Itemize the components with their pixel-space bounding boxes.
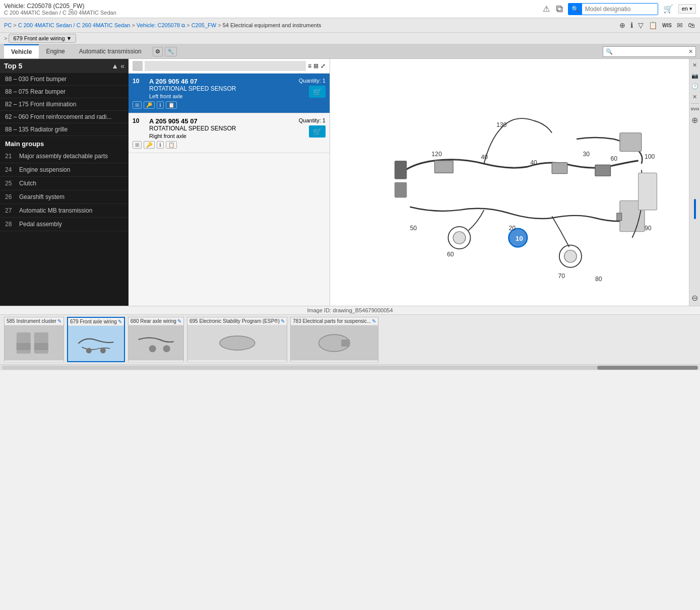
top5-item[interactable]: 82 – 175 Front illumination: [0, 98, 129, 111]
part-description: Left front axle: [149, 93, 236, 99]
top5-item[interactable]: 88 – 135 Radiator grille: [0, 123, 129, 136]
group-item[interactable]: 24Engine suspension: [0, 163, 129, 177]
part-doc-btn[interactable]: 📋: [166, 141, 177, 149]
breadcrumb-pc[interactable]: PC: [4, 22, 12, 28]
part-description: Right front axle: [149, 133, 236, 139]
tab-engine[interactable]: Engine: [39, 45, 72, 58]
part-grid-btn[interactable]: ⊞: [133, 101, 142, 109]
svg-text:20: 20: [509, 225, 516, 232]
group-number: 21: [5, 153, 15, 160]
svg-rect-2: [395, 182, 407, 198]
group-name: Gearshift system: [19, 193, 123, 200]
thumbnail-item[interactable]: 679 Front axle wiring ✎: [67, 317, 125, 362]
thumbnail-label: 680 Rear axle wiring ✎: [129, 317, 183, 325]
edit-icon: ✎: [177, 318, 181, 324]
group-item[interactable]: 25Clutch: [0, 177, 129, 190]
filter-btn[interactable]: ▽: [637, 20, 645, 30]
breadcrumb-vehicle[interactable]: Vehicle: C205078 ⧉: [137, 22, 185, 29]
language-button[interactable]: en ▾: [678, 4, 696, 14]
shop-btn[interactable]: 🛍: [687, 20, 696, 30]
group-number: 27: [5, 207, 15, 214]
group-item[interactable]: 21Major assembly detachable parts: [0, 150, 129, 163]
part-doc-btn[interactable]: 📋: [166, 101, 177, 109]
mail-btn[interactable]: ✉: [676, 20, 684, 30]
left-panel: Top 5 ▲ « 88 – 030 Front bumper88 – 075 …: [0, 59, 129, 306]
svg-point-33: [86, 348, 92, 353]
svg-text:120: 120: [432, 151, 442, 158]
zoom-in-btn[interactable]: ⊕: [618, 20, 626, 30]
top5-item[interactable]: 62 – 060 Front reinforcement and radi...: [0, 111, 129, 123]
add-to-cart-btn[interactable]: 🛒: [309, 86, 326, 98]
tab-vehicle[interactable]: Vehicle: [4, 44, 39, 58]
collapse-left-btn[interactable]: «: [120, 62, 124, 70]
breadcrumb-c205fw[interactable]: C205_FW: [192, 22, 217, 28]
thumbnail-item[interactable]: 585 Instrument cluster ✎: [4, 317, 64, 362]
tab-search-input[interactable]: [615, 47, 686, 56]
thumbnail-item[interactable]: 783 Electrical parts for suspensic... ✎: [290, 317, 378, 362]
svg-text:90: 90: [645, 225, 652, 232]
copy-icon-btn[interactable]: ⧉: [555, 2, 564, 16]
part-info-btn[interactable]: ℹ: [157, 101, 164, 109]
group-item[interactable]: 26Gearshift system: [0, 190, 129, 204]
part-action-icons: ⊞ 🔑 ℹ 📋: [133, 101, 326, 109]
svg-text:70: 70: [558, 273, 565, 280]
part-key-btn[interactable]: 🔑: [144, 101, 155, 109]
history-btn[interactable]: 🕐: [690, 82, 700, 91]
top5-list: 88 – 030 Front bumper88 – 075 Rear bumpe…: [0, 73, 129, 136]
main-groups-label: Main groups: [0, 136, 129, 150]
expand-view-btn[interactable]: ⤢: [321, 62, 326, 70]
collapse-up-btn[interactable]: ▲: [111, 62, 118, 70]
zoom-out-diag-btn[interactable]: ⊖: [690, 292, 700, 304]
thumbnail-image: [5, 325, 63, 361]
list-view-btn[interactable]: ≡: [308, 62, 311, 70]
model-search-input[interactable]: [582, 4, 658, 15]
search-icon: 🔍: [568, 4, 582, 15]
add-to-cart-btn[interactable]: 🛒: [309, 125, 326, 138]
scrollbar-area: [0, 364, 700, 370]
svg-text:30: 30: [583, 151, 590, 158]
scrollbar-thumb[interactable]: [597, 366, 698, 370]
vehicle-title: Vehicle: C205078 (C205_FW): [4, 3, 116, 10]
dropdown-label: 679 Front axle wiring: [13, 35, 65, 41]
settings-icon-btn[interactable]: ⚙: [153, 47, 163, 56]
tab-bar: Vehicle Engine Automatic transmission ⚙ …: [0, 44, 700, 59]
info-btn[interactable]: ℹ: [629, 20, 634, 30]
breadcrumb-bar: PC > C 200 4MATIC Sedan / C 260 4MATIC S…: [0, 18, 700, 33]
svg-text:40: 40: [481, 154, 488, 161]
camera-btn[interactable]: 📷: [690, 72, 700, 80]
thumbnail-image: [129, 325, 183, 361]
close-panel-btn[interactable]: ✕: [690, 61, 700, 70]
tab-search-clear-icon[interactable]: ✕: [686, 47, 695, 56]
thumbnail-label: 695 Electronic Stability Program (ESP®) …: [187, 317, 287, 325]
tab-automatic-transmission[interactable]: Automatic transmission: [72, 45, 149, 58]
breadcrumb-model[interactable]: C 200 4MATIC Sedan / C 260 4MATIC Sedan: [18, 22, 131, 28]
warning-icon-btn[interactable]: ⚠: [542, 3, 551, 15]
cart-icon-btn[interactable]: 🛒: [662, 3, 674, 15]
top5-item[interactable]: 88 – 075 Rear bumper: [0, 86, 129, 98]
part-row[interactable]: 10 A 205 905 46 07 ROTATIONAL SPEED SENS…: [129, 74, 330, 113]
quantity-label: Quantity: 1: [299, 117, 326, 123]
top5-item[interactable]: 88 – 030 Front bumper: [0, 73, 129, 86]
doc-btn[interactable]: 📋: [648, 20, 658, 30]
thumbnail-strip: 585 Instrument cluster ✎ 679 Front axle …: [0, 314, 700, 364]
zoom-in-diag-btn[interactable]: ⊕: [690, 114, 700, 126]
tools-icon-btn[interactable]: 🔧: [165, 47, 177, 56]
group-item[interactable]: 27Automatic MB transmission: [0, 204, 129, 218]
thumbnail-item[interactable]: 680 Rear axle wiring ✎: [128, 317, 184, 362]
part-info-btn[interactable]: ℹ: [157, 141, 164, 149]
front-axle-wiring-dropdown[interactable]: 679 Front axle wiring ▼: [9, 34, 76, 43]
wis-btn[interactable]: WIS: [661, 20, 673, 30]
svg-rect-0: [361, 65, 670, 300]
thumbnail-label: 783 Electrical parts for suspensic... ✎: [291, 317, 378, 325]
svg-btn[interactable]: SVG: [690, 106, 700, 112]
svg-point-36: [163, 345, 170, 352]
group-item[interactable]: 28Pedal assembly: [0, 218, 129, 231]
svg-text:10: 10: [516, 235, 523, 242]
grid-view-btn[interactable]: ⊞: [313, 62, 319, 70]
thumbnail-item[interactable]: 695 Electronic Stability Program (ESP®) …: [187, 317, 287, 362]
part-key-btn[interactable]: 🔑: [144, 141, 155, 149]
part-grid-btn[interactable]: ⊞: [133, 141, 142, 149]
x-btn[interactable]: ✕: [690, 93, 700, 101]
thumbnail-label: 585 Instrument cluster ✎: [5, 317, 63, 325]
part-row[interactable]: 10 A 205 905 45 07 ROTATIONAL SPEED SENS…: [129, 113, 330, 153]
